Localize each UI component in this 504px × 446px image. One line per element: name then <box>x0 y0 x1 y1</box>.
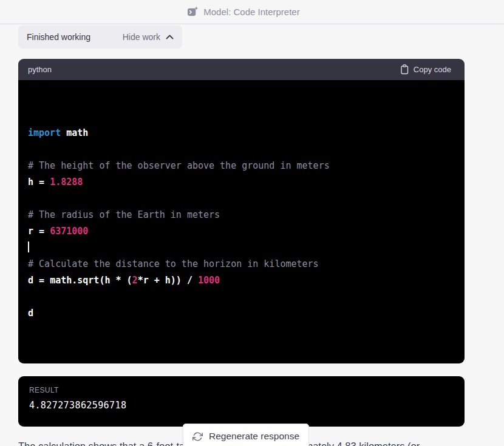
code-line <box>28 289 455 305</box>
code-language-label: python <box>28 65 52 74</box>
clipboard-icon <box>400 64 409 75</box>
regenerate-response-button[interactable]: Regenerate response <box>183 424 309 446</box>
copy-code-label: Copy code <box>414 65 451 74</box>
regenerate-response-label: Regenerate response <box>209 431 299 442</box>
work-status-row: Finished working Hide work <box>18 25 182 49</box>
code-line <box>28 240 455 256</box>
code-lines: import math # The height of the observer… <box>28 125 455 322</box>
code-block-header: python Copy code <box>18 59 465 80</box>
model-label: Model: Code Interpreter <box>203 7 299 17</box>
refresh-icon <box>192 431 203 442</box>
code-line: r = 6371000 <box>28 223 455 240</box>
code-line: # The height of the observer above the g… <box>28 158 455 174</box>
assistant-message: Finished working Hide work python <box>18 25 465 446</box>
work-status-label: Finished working <box>27 32 90 42</box>
code-editor[interactable]: import math # The height of the observer… <box>18 80 465 363</box>
copy-code-button[interactable]: Copy code <box>397 64 455 75</box>
result-label: RESULT <box>29 386 454 394</box>
text-cursor <box>28 242 29 252</box>
code-line: import math <box>28 125 455 141</box>
result-value: 4.827273862596718 <box>29 400 454 411</box>
model-topbar: Model: Code Interpreter <box>0 0 504 24</box>
code-line: d = math.sqrt(h * (2*r + h)) / 1000 <box>28 272 455 289</box>
result-block: RESULT 4.827273862596718 <box>18 376 465 427</box>
code-interpreter-model-icon <box>187 6 199 18</box>
code-block: python Copy code import math # The heigh… <box>18 59 465 363</box>
code-line <box>28 141 455 158</box>
code-line <box>28 191 455 207</box>
code-line: # The radius of the Earth in meters <box>28 207 455 223</box>
hide-work-label: Hide work <box>123 32 160 42</box>
hide-work-toggle[interactable]: Hide work <box>123 32 174 42</box>
chevron-up-icon <box>166 35 174 39</box>
code-line: # Calculate the distance to the horizon … <box>28 256 455 272</box>
code-line: d <box>28 305 455 322</box>
code-line: h = 1.8288 <box>28 174 455 191</box>
chat-screen: Model: Code Interpreter Finished working… <box>0 0 504 446</box>
